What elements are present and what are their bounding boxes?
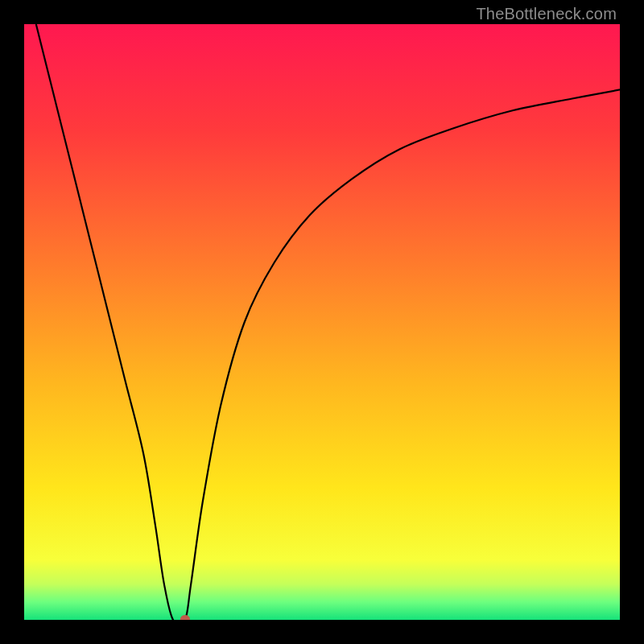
chart-frame: TheBottleneck.com — [0, 0, 644, 644]
watermark-text: TheBottleneck.com — [476, 5, 617, 23]
curve-svg — [24, 24, 620, 620]
bottleneck-curve — [36, 24, 620, 620]
optimal-point-marker — [180, 615, 190, 620]
plot-area — [24, 24, 620, 620]
